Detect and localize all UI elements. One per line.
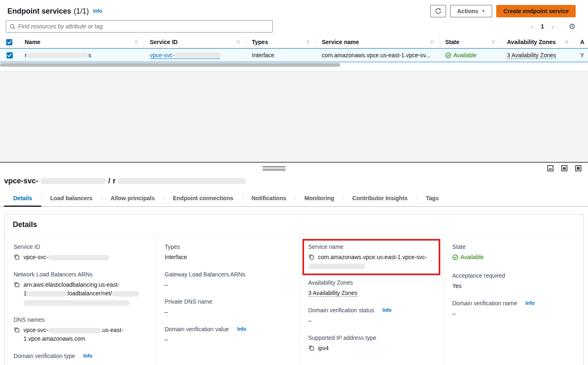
pagination: ‹ 1 › ⚙ <box>528 21 576 31</box>
page-header: Endpoint services (1/1) Info Actions ▼ C… <box>0 0 588 17</box>
field-acceptance-required: Acceptance required Yes <box>452 272 575 291</box>
endpoint-services-table: Name ▽ Service ID ▽ Types ▽ Service name… <box>0 36 588 68</box>
sort-icon[interactable]: ▽ <box>427 40 433 44</box>
column-header-types[interactable]: Types ▽ <box>246 36 316 48</box>
split-panel-drag-handle[interactable] <box>263 166 286 171</box>
next-page-icon[interactable]: › <box>548 23 557 30</box>
acceptance-cell: Y <box>574 49 588 62</box>
info-link[interactable]: Info <box>525 300 535 306</box>
field-availability-zones: Availability Zones 3 Availability Zones <box>308 279 435 298</box>
details-column-3: Service name com.amazonaws.vpce.us-east-… <box>299 235 443 365</box>
info-link[interactable]: Info <box>83 353 92 359</box>
info-link[interactable]: Info <box>382 307 391 313</box>
highlight-box: Service name com.amazonaws.vpce.us-east-… <box>302 239 440 275</box>
details-card-body: Service ID vpce-svc- Network Load Balanc… <box>5 235 583 365</box>
redacted-text <box>41 178 106 184</box>
availability-zones-link[interactable]: 3 Availability Zones <box>507 52 556 59</box>
split-panel-controls <box>0 163 588 175</box>
resource-count: (1/1) <box>74 7 89 16</box>
divider <box>562 21 563 31</box>
field-state: State Available <box>452 243 575 263</box>
tab-load-balancers[interactable]: Load balancers <box>41 191 102 207</box>
sort-icon[interactable]: ▽ <box>488 40 495 44</box>
copy-icon[interactable] <box>14 281 20 288</box>
status-available: Available <box>445 52 477 58</box>
sort-icon[interactable]: ▽ <box>562 40 568 44</box>
actions-button[interactable]: Actions ▼ <box>450 5 492 17</box>
field-domain-verification-value: Domain verification value Info – <box>165 326 291 344</box>
search-box[interactable] <box>6 20 273 33</box>
select-all-cell <box>0 36 19 48</box>
refresh-button[interactable] <box>430 5 446 17</box>
column-header-state[interactable]: State ▽ <box>439 36 501 48</box>
redacted-text <box>118 178 246 184</box>
tab-details[interactable]: Details <box>4 191 41 207</box>
pane-background <box>0 71 588 162</box>
row-checkbox[interactable] <box>7 52 13 58</box>
sort-icon[interactable]: ▽ <box>233 40 240 44</box>
details-column-2: Types Interface Gateway Load Balancers A… <box>156 235 299 365</box>
copy-icon[interactable] <box>14 327 20 333</box>
name-cell: r s <box>19 49 144 62</box>
tab-allow-principals[interactable]: Allow principals <box>102 191 164 207</box>
page-title: Endpoint services <box>7 7 71 16</box>
info-link[interactable]: Info <box>93 8 102 14</box>
availability-zones-cell: 3 Availability Zones <box>501 49 574 62</box>
field-domain-verification-status: Domain verification status Info – <box>308 307 435 325</box>
field-domain-verification-type: Domain verification type Info – <box>14 353 147 365</box>
scrollbar-thumb[interactable] <box>0 63 340 67</box>
status-available: Available <box>452 253 484 262</box>
tab-notifications[interactable]: Notifications <box>242 191 295 207</box>
current-page: 1 <box>538 23 546 30</box>
select-all-checkbox[interactable] <box>6 39 12 45</box>
panel-size-small-icon[interactable] <box>547 165 553 171</box>
redacted-text <box>23 300 130 306</box>
redacted-text <box>27 53 88 58</box>
tab-contributor-insights[interactable]: Contributor Insights <box>343 191 417 207</box>
details-column-1: Service ID vpce-svc- Network Load Balanc… <box>5 235 156 365</box>
field-nlb-arns: Network Load Balancers ARNs arn:aws:elas… <box>14 271 147 307</box>
check-circle-icon <box>445 52 451 58</box>
panel-size-full-icon[interactable] <box>575 165 581 171</box>
preferences-gear-icon[interactable]: ⚙ <box>569 23 576 30</box>
search-input[interactable] <box>18 23 269 30</box>
tab-monitoring[interactable]: Monitoring <box>295 191 343 207</box>
table-row[interactable]: r s vpce-svc- Interface com.amazonaws.vp… <box>0 48 588 62</box>
copy-icon[interactable] <box>14 254 20 260</box>
details-card: Details Service ID vpce-svc- Network Loa… <box>4 214 584 365</box>
column-header-name[interactable]: Name ▽ <box>19 36 144 48</box>
column-header-service-id[interactable]: Service ID ▽ <box>144 36 246 48</box>
tab-endpoint-connections[interactable]: Endpoint connections <box>164 191 242 207</box>
service-id-link[interactable]: vpce-svc- <box>150 52 221 59</box>
tab-tags[interactable]: Tags <box>417 191 448 207</box>
info-link[interactable]: Info <box>237 326 246 332</box>
column-header-service-name[interactable]: Service name ▽ <box>316 36 439 48</box>
column-header-availability-zones[interactable]: Availability Zones ▽ <box>501 36 574 48</box>
detail-tabs: Details Load balancers Allow principals … <box>0 191 588 207</box>
redacted-text <box>48 328 101 333</box>
redacted-text <box>28 291 66 297</box>
caret-down-icon: ▼ <box>481 9 485 13</box>
prev-page-icon[interactable]: ‹ <box>528 23 537 30</box>
filter-row: ‹ 1 › ⚙ <box>0 17 588 33</box>
redacted-text <box>308 264 365 269</box>
column-header-acceptance[interactable]: A <box>574 36 588 48</box>
redacted-text <box>48 255 109 260</box>
copy-icon[interactable] <box>308 254 314 260</box>
details-column-4: State Available Acceptance required Yes <box>443 235 583 365</box>
detail-split-panel: vpce-svc- / r Details Load balancers All… <box>0 162 588 365</box>
refresh-icon <box>435 8 442 14</box>
field-domain-verification-name: Domain verification name Info – <box>452 300 575 318</box>
header-actions: Actions ▼ Create endpoint service <box>430 5 576 17</box>
redacted-text <box>174 52 221 58</box>
panel-size-medium-icon[interactable] <box>561 165 567 171</box>
field-glb-arns: Gateway Load Balancers ARNs – <box>165 271 291 290</box>
sort-icon[interactable]: ▽ <box>303 40 310 44</box>
availability-zones-link[interactable]: 3 Availability Zones <box>308 290 358 297</box>
details-card-title: Details <box>5 215 583 235</box>
endpoint-services-pane: Endpoint services (1/1) Info Actions ▼ C… <box>0 0 588 71</box>
copy-icon[interactable] <box>308 345 314 351</box>
service-name-cell: com.amazonaws.vpce.us-east-1.vpce-sv... <box>316 49 439 62</box>
create-endpoint-service-button[interactable]: Create endpoint service <box>496 5 576 17</box>
sort-icon[interactable]: ▽ <box>131 40 138 44</box>
